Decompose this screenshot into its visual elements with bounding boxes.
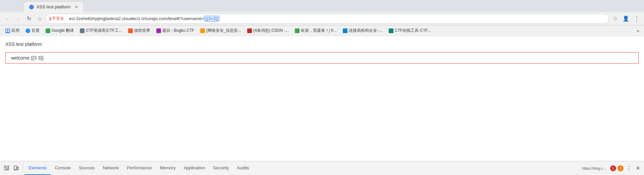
bookmark-ctf-resource[interactable]: CTF资源库|CTF工... [77, 27, 125, 34]
page-title: XSS test platform [5, 41, 639, 47]
bookmark-csdn-label: (4条消息) CSDN -... [253, 28, 288, 33]
page-content: XSS test platform welcome {{3 3}} [0, 36, 644, 161]
navigation-bar: ‹ › ↻ ⌂ ℹ 不安全 eci-2zehe6shyijmgtankna2.c… [0, 12, 644, 25]
tab-title: XSS test platform [37, 4, 70, 9]
bookmark-welcome-label: 欢迎，雷霆者！| fr... [301, 28, 337, 33]
ctf-resource-icon [80, 28, 85, 33]
bookmark-welcome[interactable]: 欢迎，雷霆者！| fr... [292, 27, 339, 34]
bookmark-button[interactable]: ☆ [610, 14, 620, 23]
warn-count-badge: 3 [618, 165, 624, 171]
bookmark-bugku-label: 题目 - Bugku CTF [162, 28, 194, 33]
attack-defense-icon [128, 28, 133, 33]
devtools-inspect-button[interactable] [3, 164, 11, 172]
bookmark-network-security-label: [网络安全_信息安... [206, 28, 241, 33]
devtools-bar: Elements Console Sources Network Perform… [0, 161, 644, 175]
tab-bar: XSS test platform ✕ [0, 0, 644, 12]
bookmark-google-translate[interactable]: Google 翻译 [43, 27, 76, 34]
bookmark-apps[interactable]: 应用 [3, 27, 22, 34]
error-count-badge: 1 [610, 165, 616, 171]
tab-close-button[interactable]: ✕ [75, 5, 78, 9]
link-preview: https://blog.c... [579, 166, 609, 170]
bookmark-enterprise-label: 连接高校和企业 -... [349, 28, 383, 33]
refresh-button[interactable]: ↻ [24, 14, 34, 23]
profile-button[interactable]: 👤 [621, 14, 631, 23]
devtools-tab-sources[interactable]: Sources [75, 161, 99, 175]
devtools-tab-application[interactable]: Application [180, 161, 209, 175]
csdn-icon [247, 28, 252, 33]
devtools-left-icons [0, 161, 23, 175]
enterprise-icon [343, 28, 347, 33]
bugku-icon [156, 28, 161, 33]
bookmarks-bar: 应用 百度 Google 翻译 CTF资源库|CTF工... 攻防世界 题目 -… [0, 25, 644, 36]
security-label: 不安全 [52, 16, 64, 21]
devtools-more-button[interactable]: ⋮ [625, 165, 633, 171]
baidu-icon [25, 28, 30, 33]
forward-button[interactable]: › [13, 14, 23, 23]
address-highlight: {{3+3}} [204, 16, 219, 21]
devtools-tab-console[interactable]: Console [51, 161, 75, 175]
security-icon: ℹ [49, 16, 51, 21]
devtools-tabs: Elements Console Sources Network Perform… [23, 161, 577, 175]
devtools-close-button[interactable]: ✕ [634, 165, 641, 171]
google-translate-icon [46, 28, 50, 33]
address-text: eci-2zehe6shyijmgtankna2.cloudeci1.ichun… [69, 16, 605, 21]
devtools-device-button[interactable] [12, 164, 20, 172]
welcome-box: welcome {{3 3}} [5, 52, 639, 64]
address-base: eci-2zehe6shyijmgtankna2.cloudeci1.ichun… [69, 16, 204, 21]
welcome-text: welcome {{3 3}} [11, 55, 44, 61]
bookmark-apps-label: 应用 [11, 28, 19, 33]
address-bar[interactable]: ℹ 不安全 eci-2zehe6shyijmgtankna2.cloudeci1… [46, 14, 609, 24]
browser-tab[interactable]: XSS test platform ✕ [23, 1, 84, 12]
bookmark-attack-defense[interactable]: 攻防世界 [125, 27, 153, 34]
bookmarks-more-button[interactable]: » [635, 27, 641, 34]
bookmark-ctf-online[interactable]: CTF在线工具-CTF... [386, 27, 433, 34]
devtools-tab-memory[interactable]: Memory [156, 161, 180, 175]
bookmark-attack-defense-label: 攻防世界 [134, 28, 150, 33]
bookmark-enterprise[interactable]: 连接高校和企业 -... [340, 27, 385, 34]
bookmark-bugku[interactable]: 题目 - Bugku CTF [154, 27, 197, 34]
devtools-tab-performance[interactable]: Performance [123, 161, 156, 175]
svg-rect-7 [17, 167, 18, 170]
bookmark-csdn[interactable]: (4条消息) CSDN -... [245, 27, 291, 34]
bookmark-ctf-resource-label: CTF资源库|CTF工... [86, 28, 122, 33]
devtools-right-section: https://blog.c... 1 3 ⋮ ✕ [577, 161, 644, 175]
devtools-tab-security[interactable]: Security [209, 161, 233, 175]
home-button[interactable]: ⌂ [35, 14, 44, 23]
bookmark-google-translate-label: Google 翻译 [52, 28, 74, 33]
bookmark-baidu-label: 百度 [32, 28, 40, 33]
devtools-tab-audits[interactable]: Audits [233, 161, 253, 175]
bookmark-ctf-online-label: CTF在线工具-CTF... [395, 28, 431, 33]
nav-right-buttons: ☆ 👤 ⋮ [610, 14, 641, 23]
back-button[interactable]: ‹ [3, 14, 12, 23]
extension-button[interactable]: ⋮ [632, 14, 641, 23]
security-badge: ℹ 不安全 [49, 16, 67, 21]
tab-favicon [29, 5, 34, 9]
bookmark-baidu[interactable]: 百度 [23, 27, 42, 34]
apps-icon [5, 28, 10, 33]
welcome-icon [295, 28, 300, 33]
devtools-tab-elements[interactable]: Elements [24, 161, 51, 175]
network-security-icon [200, 28, 205, 33]
ctf-online-icon [389, 28, 393, 33]
svg-rect-0 [4, 166, 6, 168]
devtools-tab-network[interactable]: Network [99, 161, 123, 175]
bookmark-network-security[interactable]: [网络安全_信息安... [198, 27, 244, 34]
